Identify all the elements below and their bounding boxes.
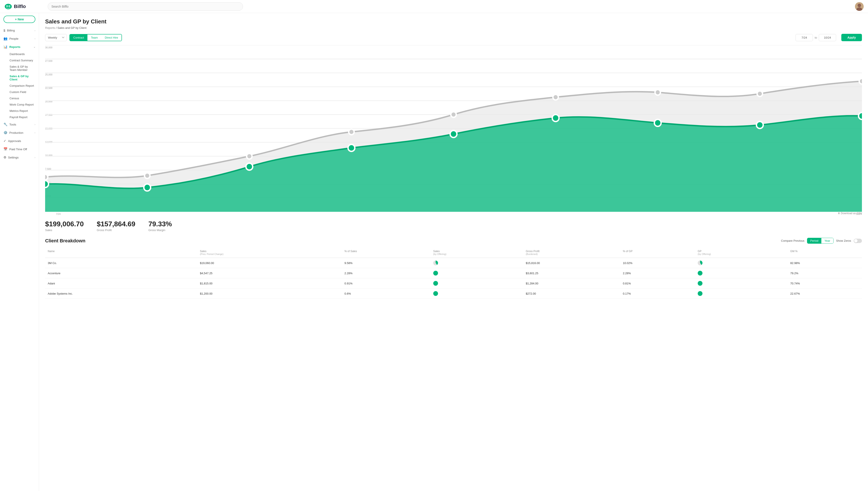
sidebar-item-payroll[interactable]: Payroll Report — [6, 114, 39, 120]
sidebar-item-billing[interactable]: $ Billing › — [0, 26, 39, 34]
cell-sales-3: $1,200.00 — [197, 289, 342, 299]
filter-btn-contract[interactable]: Contract — [70, 34, 87, 41]
cell-gp-3: $272.00 — [523, 289, 620, 299]
reports-arrow: ⌄ — [33, 46, 35, 48]
cell-pct-sales-1: 2.28% — [342, 268, 431, 278]
billing-icon: $ — [3, 29, 5, 32]
cell-gp-0: $15,816.00 — [523, 258, 620, 268]
sidebar-item-contract-summary[interactable]: Contract Summary — [6, 57, 39, 63]
sidebar-item-sales-gp-team[interactable]: Sales & GP by Team Member — [6, 63, 39, 73]
approvals-icon: ✓ — [3, 139, 6, 143]
svg-point-28 — [144, 173, 150, 179]
sidebar-item-settings[interactable]: ⚙ Settings › — [0, 153, 39, 162]
date-from-input[interactable] — [795, 34, 813, 41]
sidebar-item-census[interactable]: Census — [6, 95, 39, 102]
sidebar-item-production[interactable]: ⚙️ Production › — [0, 128, 39, 137]
compare-prev-label: Compare Previous — [781, 239, 805, 242]
svg-point-18 — [45, 180, 49, 187]
stat-sales-value: $199,006.70 — [45, 220, 84, 228]
production-icon: ⚙️ — [3, 131, 7, 135]
svg-point-27 — [45, 174, 48, 180]
svg-point-35 — [859, 79, 862, 84]
table-row: Adani $1,815.00 0.91% $1,284.00 0.81% 70… — [45, 278, 862, 289]
svg-point-1 — [6, 5, 8, 7]
breakdown-controls: Compare Previous Period Year Show Zeros — [781, 238, 862, 244]
search-input[interactable] — [48, 2, 243, 10]
search-bar[interactable] — [48, 2, 243, 10]
sidebar-item-pto[interactable]: 📅 Paid Time Off — [0, 145, 39, 153]
stat-sales-label: Sales — [45, 229, 84, 232]
cell-pct-sales-3: 0.6% — [342, 289, 431, 299]
cell-gm-1: 79.2% — [788, 268, 862, 278]
reports-icon: 📊 — [3, 45, 7, 49]
sidebar-item-custom-field[interactable]: Custom Field — [6, 89, 39, 95]
col-pct-gp: % of GP — [620, 248, 695, 258]
tools-arrow: › — [34, 123, 35, 126]
breakdown-table-wrapper: Name Sales (Prev. Period Change) % of Sa… — [45, 248, 862, 299]
sidebar-item-reports[interactable]: 📊 Reports ⌄ — [0, 43, 39, 51]
filter-btn-direct-hire[interactable]: Direct Hire — [101, 34, 121, 41]
cell-gm-2: 70.74% — [788, 278, 862, 289]
logo: Bilflo — [4, 3, 44, 10]
sidebar-item-metrics[interactable]: Metrics Report — [6, 108, 39, 114]
chart-svg — [45, 45, 862, 212]
breadcrumb-parent[interactable]: Reports — [45, 26, 55, 29]
new-button[interactable]: + New — [3, 16, 35, 23]
cell-pct-gp-1: 2.28% — [620, 268, 695, 278]
cell-gp-offering-3 — [695, 289, 788, 299]
stat-sales: $199,006.70 Sales — [45, 220, 84, 232]
sidebar-label-billing: Billing — [7, 29, 15, 32]
cell-pct-gp-2: 0.81% — [620, 278, 695, 289]
show-zeros-label: Show Zeros — [836, 239, 851, 242]
stats-row: $199,006.70 Sales $157,864.69 Gross Prof… — [45, 218, 862, 232]
logo-text: Bilflo — [14, 4, 26, 9]
period-select[interactable]: Weekly Daily Monthly Quarterly Yearly — [45, 34, 67, 41]
cell-sales-offering-3 — [431, 289, 523, 299]
cell-gp-offering-1 — [695, 268, 788, 278]
layout: + New $ Billing › 👥 People › 📊 Reports ⌄… — [0, 13, 868, 491]
tools-icon: 🔧 — [3, 122, 7, 126]
stat-gp-label: Gross Profit — [97, 229, 135, 232]
sidebar-item-dashboards[interactable]: Dashboards — [6, 51, 39, 57]
user-avatar[interactable] — [855, 2, 864, 11]
show-zeros-toggle[interactable] — [854, 239, 862, 243]
main-content: Sales and GP by Client Reports / Sales a… — [39, 13, 868, 491]
table-row: Accenture $4,547.25 2.28% $3,601.25 2.28… — [45, 268, 862, 278]
filter-btn-team[interactable]: Team — [87, 34, 101, 41]
svg-point-30 — [349, 129, 354, 135]
col-sales-offering: Sales (by Offering) — [431, 248, 523, 258]
reports-submenu: Dashboards Contract Summary Sales & GP b… — [0, 51, 39, 120]
sidebar-item-comparison-report[interactable]: Comparison Report — [6, 83, 39, 89]
sidebar-item-work-comp[interactable]: Work Comp Report — [6, 102, 39, 108]
settings-icon: ⚙ — [3, 155, 6, 159]
sidebar-label-reports: Reports — [9, 45, 20, 49]
svg-point-26 — [859, 113, 862, 119]
date-to-input[interactable] — [819, 34, 836, 41]
controls-row: Weekly Daily Monthly Quarterly Yearly Co… — [45, 34, 862, 41]
settings-arrow: › — [34, 156, 35, 159]
cell-name-0: 3M Co. — [45, 258, 197, 268]
cell-pct-sales-2: 0.91% — [342, 278, 431, 289]
date-range: to — [795, 34, 836, 41]
sidebar-item-tools[interactable]: 🔧 Tools › — [0, 120, 39, 128]
date-sep: to — [815, 36, 817, 39]
svg-point-22 — [450, 131, 457, 138]
cell-name-2: Adani — [45, 278, 197, 289]
sidebar-item-sales-gp-client[interactable]: Sales & GP by Client — [6, 73, 39, 83]
apply-button[interactable]: Apply — [841, 34, 862, 41]
breakdown-header: Client Breakdown Compare Previous Period… — [45, 238, 862, 244]
table-row: 3M Co. $19,060.00 9.58% $15,816.00 10.02… — [45, 258, 862, 268]
sidebar-item-people[interactable]: 👥 People › — [0, 34, 39, 43]
svg-point-2 — [8, 5, 10, 7]
stat-gp-value: $157,864.69 — [97, 220, 135, 228]
cell-sales-2: $1,815.00 — [197, 278, 342, 289]
sidebar-item-approvals[interactable]: ✓ Approvals — [0, 137, 39, 145]
svg-point-33 — [655, 89, 660, 95]
toggle-year-btn[interactable]: Year — [821, 238, 833, 243]
stat-gm-value: 79.33% — [148, 220, 172, 228]
toggle-period-btn[interactable]: Period — [807, 238, 821, 243]
people-arrow: › — [34, 37, 35, 40]
svg-point-32 — [553, 94, 559, 100]
cell-gm-0: 82.98% — [788, 258, 862, 268]
cell-pct-gp-0: 10.02% — [620, 258, 695, 268]
